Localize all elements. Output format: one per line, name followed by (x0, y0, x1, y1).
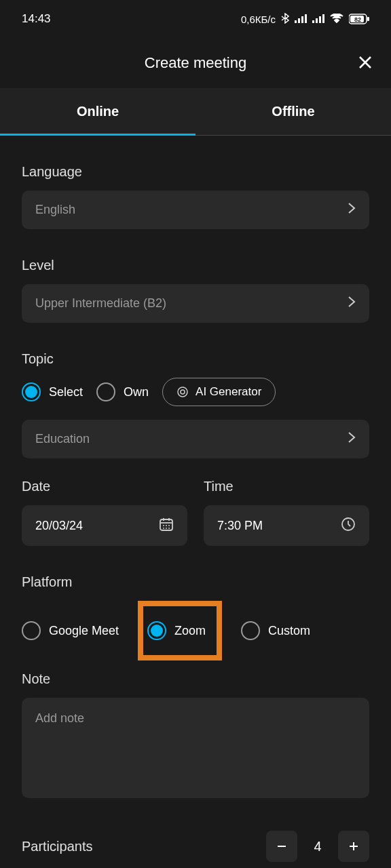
tab-offline[interactable]: Offline (196, 88, 391, 135)
date-value: 20/03/24 (35, 519, 83, 533)
svg-rect-3 (305, 14, 307, 23)
platform-google-option[interactable]: Google Meet (22, 621, 119, 640)
svg-point-23 (168, 528, 170, 529)
plus-icon (348, 840, 360, 852)
minus-icon (276, 840, 288, 852)
signal-icon-2 (312, 14, 324, 25)
radio-unselected-icon (96, 382, 115, 401)
svg-rect-4 (312, 20, 314, 23)
radio-unselected-icon (241, 621, 260, 640)
tab-online[interactable]: Online (0, 88, 196, 135)
svg-rect-6 (319, 16, 321, 23)
platform-zoom-label: Zoom (174, 624, 206, 638)
topic-select-option[interactable]: Select (22, 382, 83, 401)
svg-point-21 (163, 528, 164, 529)
svg-point-12 (178, 387, 187, 397)
time-value: 7:30 PM (217, 519, 263, 533)
participants-label: Participants (22, 839, 93, 854)
time-label: Time (204, 479, 369, 494)
close-button[interactable] (358, 53, 372, 74)
language-label: Language (22, 164, 369, 180)
tabs: Online Offline (0, 88, 391, 136)
platform-custom-option[interactable]: Custom (241, 621, 310, 640)
radio-selected-icon (22, 382, 41, 401)
signal-icon (295, 14, 307, 25)
language-value: English (35, 203, 75, 217)
clock-icon (341, 517, 356, 534)
svg-rect-5 (316, 18, 318, 23)
level-select[interactable]: Upper Intermediate (B2) (22, 284, 369, 323)
ai-generator-button[interactable]: AI Generator (162, 378, 276, 406)
radio-unselected-icon (22, 621, 41, 640)
page-title: Create meeting (145, 54, 246, 72)
highlight-annotation: Zoom (138, 601, 222, 660)
battery-icon: 82 (349, 14, 369, 24)
topic-own-label: Own (124, 385, 149, 399)
topic-select-label: Select (49, 385, 83, 399)
platform-zoom-option[interactable]: Zoom (147, 621, 206, 640)
bluetooth-icon (281, 13, 289, 26)
note-input[interactable]: Add note (22, 698, 369, 798)
chevron-right-icon (348, 431, 356, 447)
platform-custom-label: Custom (268, 624, 310, 638)
status-indicators: 0,6КБ/с 82 (241, 13, 369, 26)
note-placeholder: Add note (35, 711, 84, 725)
svg-point-18 (163, 525, 164, 526)
svg-rect-7 (322, 14, 324, 23)
date-input[interactable]: 20/03/24 (22, 505, 187, 546)
participants-value: 4 (311, 839, 324, 854)
increment-button[interactable] (338, 831, 369, 862)
svg-rect-1 (298, 18, 300, 23)
header: Create meeting (0, 38, 391, 88)
level-value: Upper Intermediate (B2) (35, 296, 166, 311)
time-input[interactable]: 7:30 PM (204, 505, 369, 546)
svg-rect-0 (295, 20, 297, 23)
svg-point-22 (166, 528, 167, 529)
participants-stepper: 4 (266, 831, 369, 862)
platform-label: Platform (22, 574, 369, 590)
platform-google-label: Google Meet (49, 624, 119, 638)
topic-label: Topic (22, 351, 369, 367)
chevron-right-icon (348, 202, 356, 218)
svg-point-19 (166, 525, 167, 526)
date-label: Date (22, 479, 187, 494)
platform-options: Google Meet Zoom Custom (22, 601, 369, 660)
status-time: 14:43 (22, 12, 51, 26)
language-select[interactable]: English (22, 191, 369, 229)
topic-value: Education (35, 432, 90, 446)
svg-text:82: 82 (354, 16, 361, 23)
calendar-icon (159, 517, 174, 534)
chevron-right-icon (348, 296, 356, 311)
decrement-button[interactable] (266, 831, 297, 862)
wifi-icon (330, 14, 343, 25)
radio-selected-icon (147, 621, 166, 640)
topic-options: Select Own AI Generator (22, 378, 369, 406)
svg-rect-10 (367, 17, 369, 21)
svg-rect-2 (301, 16, 303, 23)
topic-select[interactable]: Education (22, 420, 369, 458)
network-speed: 0,6КБ/с (241, 14, 276, 25)
svg-point-20 (168, 525, 170, 526)
ai-icon (176, 386, 189, 398)
topic-own-option[interactable]: Own (96, 382, 149, 401)
svg-point-13 (181, 390, 185, 394)
note-label: Note (22, 671, 369, 687)
status-bar: 14:43 0,6КБ/с 82 (0, 0, 391, 38)
participants-row: Participants 4 (22, 831, 369, 862)
level-label: Level (22, 258, 369, 273)
ai-generator-label: AI Generator (196, 385, 261, 399)
